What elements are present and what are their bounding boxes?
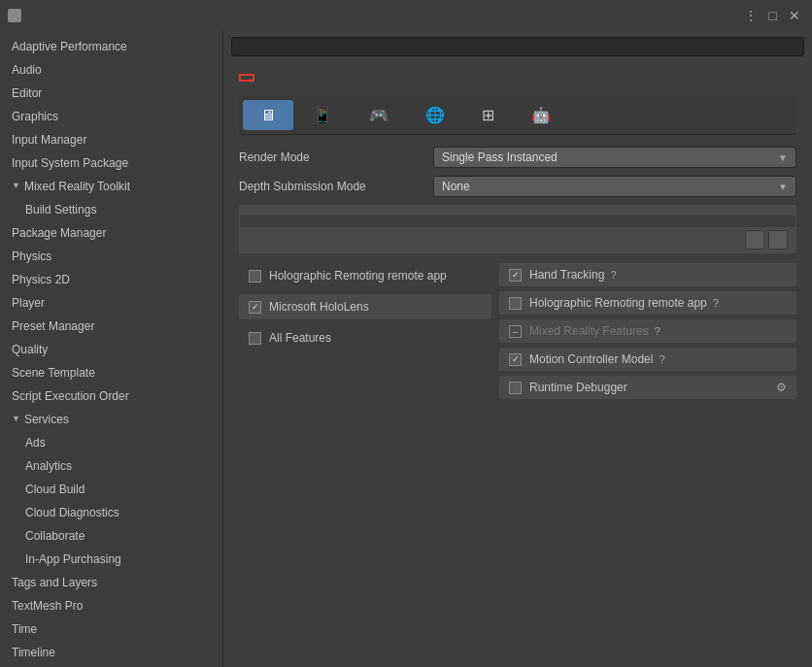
interaction-profiles-content <box>240 216 795 227</box>
sidebar-item-label: Scene Template <box>12 364 95 382</box>
sidebar-item-scene-template[interactable]: Scene Template <box>0 361 222 384</box>
feature-right-panel: Hand Tracking?Holographic Remoting remot… <box>499 263 796 402</box>
sidebar-item-editor[interactable]: Editor <box>0 82 222 105</box>
main-container: Adaptive PerformanceAudioEditorGraphicsI… <box>0 31 812 667</box>
feature-right-item-mixed-reality-features[interactable]: Mixed Reality Features? <box>499 319 796 343</box>
sidebar-item-script-execution-order[interactable]: Script Execution Order <box>0 384 222 408</box>
maximize-icon[interactable]: □ <box>765 8 781 23</box>
checkbox-right-mixed-reality-features[interactable] <box>509 325 522 338</box>
sidebar-item-build-settings[interactable]: Build Settings <box>0 198 222 221</box>
sidebar-item-analytics[interactable]: Analytics <box>0 454 222 478</box>
sidebar-item-label: Adaptive Performance <box>12 38 127 55</box>
feature-right-label-motion-controller-model: Motion Controller Model <box>529 352 653 366</box>
add-profile-button[interactable] <box>745 230 764 250</box>
platform-tabs: 🖥📱🎮🌐⊞🤖 <box>239 96 796 135</box>
feature-right-item-runtime-debugger[interactable]: Runtime Debugger⚙ <box>499 376 796 399</box>
settings-row-0: Render ModeSingle Pass Instanced▼ <box>239 147 796 168</box>
help-icon-hand-tracking[interactable]: ? <box>610 269 616 281</box>
sidebar-item-audio[interactable]: Audio <box>0 58 222 82</box>
platform-tab-4[interactable]: ⊞ <box>464 100 512 130</box>
sidebar-item-input-manager[interactable]: Input Manager <box>0 128 222 151</box>
platform-tab-icon-1: 📱 <box>313 106 332 124</box>
platform-tab-5[interactable]: 🤖 <box>514 100 568 130</box>
feature-right-label-holographic-remoting-right: Holographic Remoting remote app <box>529 296 707 310</box>
feature-label-holographic-remoting: Holographic Remoting remote app <box>269 269 447 283</box>
sidebar-item-label: In-App Purchasing <box>25 550 121 568</box>
dropdown-arrow-icon-1: ▼ <box>778 182 788 192</box>
feature-right-item-hand-tracking[interactable]: Hand Tracking? <box>499 263 796 286</box>
feature-left-item-holographic-remoting[interactable]: Holographic Remoting remote app <box>239 263 491 288</box>
platform-tab-icon-4: ⊞ <box>482 106 494 124</box>
checkbox-microsoft-hololens[interactable] <box>249 301 261 314</box>
sidebar-item-physics[interactable]: Physics <box>0 245 222 268</box>
sidebar-item-cloud-diagnostics[interactable]: Cloud Diagnostics <box>0 501 222 524</box>
checkbox-right-holographic-remoting-right[interactable] <box>509 297 522 310</box>
page-title <box>239 74 254 82</box>
checkbox-right-runtime-debugger[interactable] <box>509 382 522 394</box>
title-bar: ⋮ □ ✕ <box>0 0 812 31</box>
platform-tab-2[interactable]: 🎮 <box>352 100 406 130</box>
sidebar-item-cloud-build[interactable]: Cloud Build <box>0 478 222 501</box>
settings-value-0: Single Pass Instanced <box>442 150 558 164</box>
sidebar-item-graphics[interactable]: Graphics <box>0 105 222 128</box>
interaction-profiles-header <box>240 206 795 216</box>
sidebar-item-adaptive-performance[interactable]: Adaptive Performance <box>0 35 222 58</box>
sidebar-item-collaborate[interactable]: Collaborate <box>0 524 222 548</box>
sidebar-item-label: Physics <box>12 248 51 265</box>
platform-tab-icon-0: 🖥 <box>260 107 276 124</box>
sidebar-item-timeline[interactable]: Timeline <box>0 641 222 664</box>
menu-icon[interactable]: ⋮ <box>740 8 761 23</box>
title-bar-controls: ⋮ □ ✕ <box>740 8 804 23</box>
sidebar-item-label: Mixed Reality Toolkit <box>24 178 130 195</box>
settings-label-0: Render Mode <box>239 150 433 164</box>
platform-tab-icon-5: 🤖 <box>531 106 551 124</box>
sidebar-item-quality[interactable]: Quality <box>0 338 222 361</box>
remove-profile-button[interactable] <box>768 230 788 250</box>
gear-icon-runtime-debugger[interactable]: ⚙ <box>776 381 787 394</box>
sidebar-item-label: Cloud Diagnostics <box>25 504 119 521</box>
sidebar-item-services[interactable]: ▼Services <box>0 408 222 431</box>
search-input[interactable] <box>231 37 804 56</box>
sidebar-item-preset-manager[interactable]: Preset Manager <box>0 315 222 338</box>
sidebar-item-package-manager[interactable]: Package Manager <box>0 221 222 245</box>
help-icon-holographic-remoting-right[interactable]: ? <box>713 297 719 309</box>
settings-value-1: None <box>442 180 470 193</box>
sidebar-item-label: Analytics <box>25 457 72 475</box>
sidebar-item-ads[interactable]: Ads <box>0 431 222 454</box>
feature-label-all-features: All Features <box>269 331 331 345</box>
checkbox-right-hand-tracking[interactable] <box>509 269 522 282</box>
sidebar-item-label: Tags and Layers <box>12 574 97 591</box>
feature-left-item-all-features[interactable]: All Features <box>239 325 491 350</box>
checkbox-holographic-remoting[interactable] <box>249 270 261 283</box>
settings-dropdown-0[interactable]: Single Pass Instanced▼ <box>433 147 796 168</box>
feature-groups-layout: Holographic Remoting remote appMicrosoft… <box>239 263 796 402</box>
sidebar-item-label: Collaborate <box>25 527 85 545</box>
settings-dropdown-1[interactable]: None▼ <box>433 176 796 197</box>
help-icon-motion-controller-model[interactable]: ? <box>659 353 664 365</box>
sidebar-item-tags-and-layers[interactable]: Tags and Layers <box>0 571 222 594</box>
sidebar-item-label: Audio <box>12 61 42 79</box>
platform-tab-0[interactable]: 🖥 <box>243 100 293 130</box>
feature-left-item-microsoft-hololens[interactable]: Microsoft HoloLens <box>239 294 491 319</box>
help-icon-mixed-reality-features[interactable]: ? <box>655 325 660 337</box>
sidebar-item-label: Editor <box>12 84 42 102</box>
sidebar-item-mixed-reality-toolkit[interactable]: ▼Mixed Reality Toolkit <box>0 175 222 198</box>
platform-tab-3[interactable]: 🌐 <box>408 100 462 130</box>
sidebar-item-in-app-purchasing[interactable]: In-App Purchasing <box>0 548 222 571</box>
platform-tab-1[interactable]: 📱 <box>295 100 350 130</box>
feature-right-item-holographic-remoting-right[interactable]: Holographic Remoting remote app? <box>499 291 796 315</box>
checkbox-right-motion-controller-model[interactable] <box>509 353 522 366</box>
sidebar-item-label: Quality <box>12 341 48 358</box>
feature-right-label-mixed-reality-features: Mixed Reality Features <box>529 324 649 338</box>
sidebar-item-physics-2d[interactable]: Physics 2D <box>0 268 222 291</box>
sidebar-item-input-system-package[interactable]: Input System Package <box>0 151 222 175</box>
feature-right-item-motion-controller-model[interactable]: Motion Controller Model? <box>499 348 796 371</box>
sidebar-item-label: Timeline <box>12 644 55 661</box>
checkbox-all-features[interactable] <box>249 332 261 345</box>
sidebar-item-textmesh-pro[interactable]: TextMesh Pro <box>0 594 222 617</box>
sidebar-item-time[interactable]: Time <box>0 617 222 641</box>
title-bar-left <box>8 9 27 22</box>
sidebar: Adaptive PerformanceAudioEditorGraphicsI… <box>0 31 223 667</box>
close-icon[interactable]: ✕ <box>785 8 804 23</box>
sidebar-item-player[interactable]: Player <box>0 291 222 315</box>
